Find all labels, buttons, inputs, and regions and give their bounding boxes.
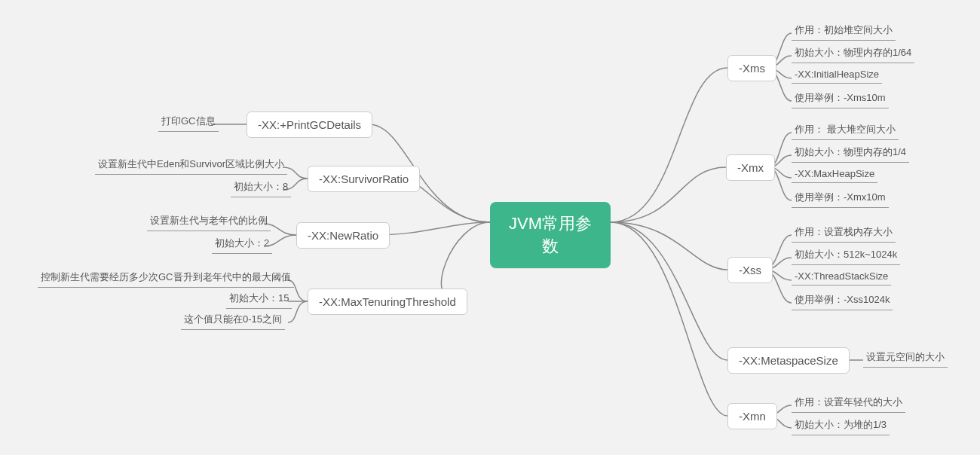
leaf-xss-1: 初始大小：512k~1024k: [792, 248, 900, 265]
node-xms[interactable]: -Xms: [727, 55, 776, 81]
leaf-xmn-0: 作用：设置年轻代的大小: [792, 395, 905, 413]
leaf-newratio-0: 设置新生代与老年代的比例: [147, 214, 271, 231]
leaf-xmx-2: -XX:MaxHeapSize: [792, 168, 877, 183]
leaf-xss-3: 使用举例：-Xss1024k: [792, 293, 893, 310]
leaf-metaspace-0: 设置元空间的大小: [863, 350, 948, 368]
leaf-maxtenuring-0: 控制新生代需要经历多少次GC晋升到老年代中的最大阈值: [38, 270, 294, 288]
node-xmx[interactable]: -Xmx: [726, 154, 775, 181]
node-survivorratio[interactable]: -XX:SurvivorRatio: [308, 166, 420, 192]
leaf-xms-3: 使用举例：-Xms10m: [792, 91, 889, 108]
leaf-xms-1: 初始大小：物理内存的1/64: [792, 46, 914, 63]
leaf-maxtenuring-1: 初始大小：15: [226, 292, 292, 309]
root-node[interactable]: JVM常用参数: [490, 202, 611, 268]
node-maxtenuring[interactable]: -XX:MaxTenuringThreshold: [308, 289, 467, 315]
node-xmn[interactable]: -Xmn: [727, 403, 777, 429]
node-metaspace[interactable]: -XX:MetaspaceSize: [727, 347, 850, 374]
leaf-xmx-1: 初始大小：物理内存的1/4: [792, 145, 909, 163]
leaf-survivor-1: 初始大小：8: [231, 180, 291, 197]
leaf-xms-0: 作用：初始堆空间大小: [792, 23, 896, 41]
node-xss[interactable]: -Xss: [727, 257, 773, 283]
leaf-xss-0: 作用：设置栈内存大小: [792, 225, 896, 243]
leaf-survivor-0: 设置新生代中Eden和Survivor区域比例大小: [95, 157, 287, 175]
leaf-xss-2: -XX:ThreadStackSize: [792, 270, 891, 286]
leaf-maxtenuring-2: 这个值只能在0-15之间: [181, 313, 285, 330]
node-printgcdetails[interactable]: -XX:+PrintGCDetails: [247, 111, 372, 138]
leaf-xms-2: -XX:InitialHeapSize: [792, 69, 882, 84]
leaf-xmn-1: 初始大小：为堆的1/3: [792, 418, 890, 435]
leaf-xmx-0: 作用： 最大堆空间大小: [792, 123, 899, 140]
leaf-xmx-3: 使用举例：-Xmx10m: [792, 191, 889, 208]
leaf-printgc-0: 打印GC信息: [158, 115, 219, 132]
node-newratio[interactable]: -XX:NewRatio: [296, 222, 390, 249]
leaf-newratio-1: 初始大小：2: [212, 237, 272, 254]
